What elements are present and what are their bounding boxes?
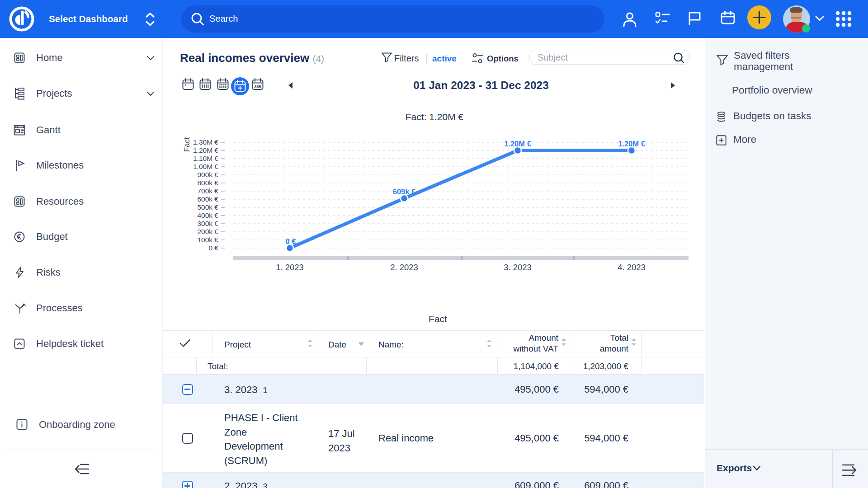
svg-text:1.10M €: 1.10M €	[193, 155, 218, 162]
svg-text:600k €: 600k €	[197, 195, 218, 203]
svg-text:800k €: 800k €	[197, 179, 218, 187]
svg-text:1.30M €: 1.30M €	[193, 138, 218, 146]
svg-text:400k €: 400k €	[197, 211, 218, 219]
svg-text:300k €: 300k €	[197, 220, 218, 227]
svg-text:3. 2023: 3. 2023	[504, 263, 532, 272]
svg-text:1.20M €: 1.20M €	[193, 146, 218, 154]
svg-text:500k €: 500k €	[197, 203, 218, 211]
svg-text:1.20M €: 1.20M €	[504, 140, 531, 148]
svg-text:1.00M €: 1.00M €	[193, 163, 218, 170]
svg-text:4. 2023: 4. 2023	[618, 263, 646, 272]
svg-text:900k €: 900k €	[197, 171, 218, 178]
svg-text:700k €: 700k €	[197, 187, 218, 195]
svg-text:1. 2023: 1. 2023	[276, 263, 304, 272]
svg-text:365: 365	[254, 84, 261, 89]
svg-text:Fact: Fact	[183, 137, 191, 152]
svg-text:100k €: 100k €	[197, 236, 218, 244]
svg-text:2. 2023: 2. 2023	[390, 263, 418, 272]
svg-text:1.20M €: 1.20M €	[618, 140, 645, 148]
svg-text:200k €: 200k €	[197, 228, 218, 235]
svg-text:0 €: 0 €	[286, 237, 296, 245]
svg-text:0 €: 0 €	[208, 244, 218, 252]
svg-text:609k €: 609k €	[393, 188, 415, 196]
